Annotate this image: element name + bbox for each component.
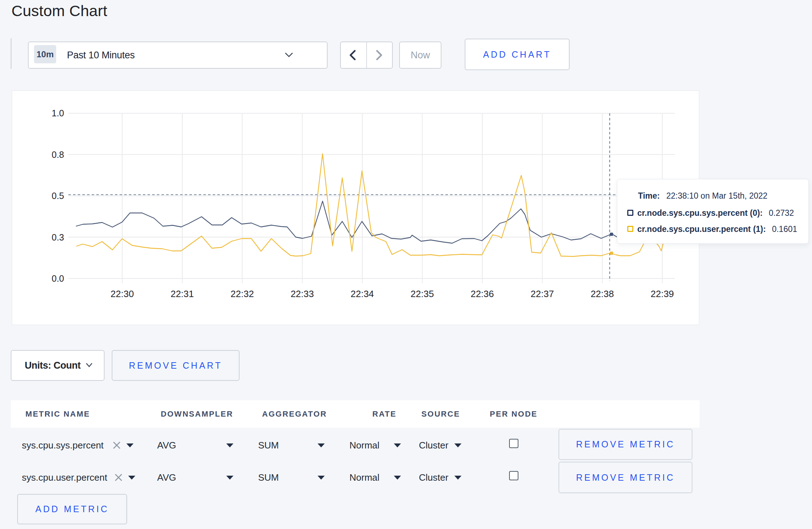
svg-text:0.5: 0.5 [52,191,64,201]
svg-text:0.3: 0.3 [52,232,64,242]
svg-text:22:39: 22:39 [651,288,674,299]
svg-text:22:37: 22:37 [531,288,554,299]
svg-text:22:33: 22:33 [291,288,314,299]
svg-text:0.8: 0.8 [52,150,64,160]
svg-text:22:32: 22:32 [231,288,254,299]
svg-text:1.0: 1.0 [52,108,64,118]
svg-text:22:38: 22:38 [591,288,614,299]
svg-text:22:31: 22:31 [170,288,194,299]
svg-text:22:30: 22:30 [111,288,134,299]
svg-text:22:35: 22:35 [411,288,434,299]
svg-text:22:36: 22:36 [470,288,494,299]
svg-text:0.0: 0.0 [52,273,64,283]
svg-text:22:34: 22:34 [351,288,374,299]
